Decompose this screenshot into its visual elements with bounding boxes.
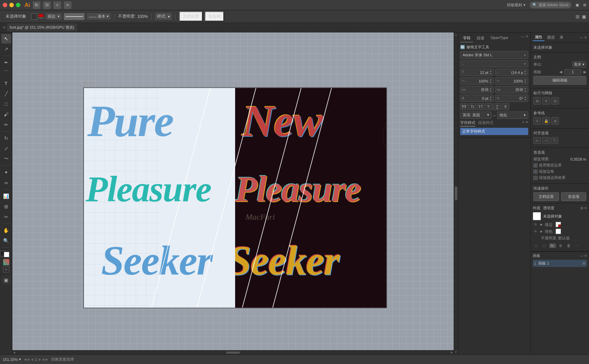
show-rulers-btn[interactable]: ⊞ [533, 97, 541, 105]
artboard-options-icon[interactable]: ⊞ [582, 261, 586, 266]
style-close-icon[interactable]: ✕ [525, 120, 528, 126]
tab-properties[interactable]: 属性 [533, 34, 544, 41]
zoom-control[interactable]: 151.15% ▾ [3, 357, 21, 362]
rotate-tool[interactable]: ↻ [1, 133, 11, 143]
column-graph-tool[interactable]: 📊 [1, 191, 11, 201]
show-grid-btn[interactable]: # [542, 97, 550, 105]
artboard-prev[interactable]: ◀ [559, 70, 562, 74]
rect-tool[interactable]: □ [1, 99, 11, 109]
active-char-style[interactable]: 正常字符样式 [460, 128, 528, 135]
style-btn-tt-small[interactable]: Tt [469, 103, 476, 110]
lock-guides-btn[interactable]: 🔒 [542, 117, 550, 125]
sharp-selector[interactable]: 锐化 ▾ [497, 112, 529, 119]
smart-guides-btn[interactable]: ⊕ [551, 117, 559, 125]
tab-title[interactable]: font.jpg* @ 151.15% (RGB/GPU 预览) [7, 23, 77, 31]
pen-icon[interactable]: ✒ [64, 1, 71, 9]
h-scale-ctrl[interactable]: T↔ 100% ▲ ▼ [460, 77, 494, 85]
language-selector[interactable]: 英语: 美国 ▾ [460, 112, 492, 119]
tracking-ctrl[interactable]: VA 自动 ▲ ▼ [460, 86, 494, 93]
style-btn-t-under[interactable]: T [493, 103, 501, 110]
panel-toggle-2[interactable]: ⊞ [583, 3, 586, 7]
maximize-button[interactable] [16, 3, 20, 7]
edit-artboard-btn[interactable]: 编辑画板 [533, 76, 586, 85]
use-preview-checkbox[interactable] [533, 163, 538, 167]
scale-tool[interactable]: ⤢ [1, 144, 11, 153]
sort-rule[interactable]: 排版规则 ▾ [507, 2, 525, 8]
line-height-up[interactable]: ▲ [524, 70, 527, 72]
appearance-expand[interactable]: ⊞ [580, 206, 583, 210]
panel-minimize[interactable]: — [521, 35, 524, 42]
select-tool[interactable]: ↖ [1, 34, 11, 44]
scale-effects-checkbox[interactable] [533, 176, 538, 180]
font-size-down[interactable]: ▼ [490, 73, 492, 75]
doc-settings-menu-btn[interactable]: 文档设置 [179, 11, 203, 21]
page-prev[interactable]: ◀◀ [24, 357, 29, 361]
kerning-ctrl[interactable]: VA 自动 ▲ ▼ [495, 86, 529, 93]
opacity-control[interactable]: 不透明度: 100% [118, 13, 148, 19]
panel-icon[interactable]: ▣ [582, 14, 586, 19]
align-center-h-btn[interactable]: ⊣ [542, 137, 550, 144]
pencil-tool[interactable]: ✏ [1, 120, 11, 130]
rotation-ctrl[interactable]: ↻ 0° ▲ ▼ [495, 95, 529, 102]
prop-panel-close[interactable]: ✕ [584, 36, 587, 39]
page-prev2[interactable]: ◀ [31, 357, 33, 361]
style-btn-t-up[interactable]: T↑ [485, 103, 493, 110]
add-new-stroke-icon[interactable]: □ [533, 242, 540, 249]
line-height-ctrl[interactable]: ↕ (14.4 p ▲ ▼ [495, 69, 529, 76]
canvas-area[interactable]: 画板 1 Pure Pleasure Seeker New Pl [12, 32, 458, 354]
page-next2[interactable]: ▶▶ [43, 357, 48, 361]
color-mode-icon[interactable] [3, 259, 9, 265]
fill-visibility-icon[interactable]: 👁 [533, 229, 538, 234]
font-style-selector[interactable]: - ▾ [460, 60, 528, 67]
fill-swatch-icon[interactable] [556, 229, 561, 234]
interpolation-control[interactable]: 插边: ▾ [46, 13, 62, 20]
prop-panel-minimize[interactable]: — [580, 36, 583, 39]
tab-opentype[interactable]: OpenType [488, 35, 511, 42]
vertical-scrollbar[interactable]: ▲ ▼ [454, 32, 458, 354]
style-btn-t-caps[interactable]: TT [477, 103, 484, 110]
tab-libraries[interactable]: 库 [558, 34, 566, 41]
hand-tool[interactable]: ✋ [1, 226, 11, 235]
artboard-panel-close[interactable]: ✕ [584, 254, 587, 258]
style-dropdown[interactable]: ▾ [168, 14, 170, 19]
close-button[interactable] [3, 3, 7, 7]
horizontal-scrollbar[interactable]: ◀ ▶ [12, 350, 454, 354]
artboard-tool[interactable]: ⊞ [1, 202, 11, 211]
artboard-list-item[interactable]: 1 画板 1 ⊞ [533, 260, 587, 267]
doc-settings-quick-btn[interactable]: 文档设置 [533, 192, 559, 201]
fx-badge[interactable]: fx. [549, 243, 556, 248]
style-btn-tt[interactable]: TT [460, 103, 468, 110]
tab-character[interactable]: 字符 [460, 35, 473, 42]
delete-item-icon[interactable]: 🗑 [566, 242, 572, 249]
v-scale-ctrl[interactable]: T↕ 100% ▲ ▼ [495, 77, 529, 85]
align-left-btn[interactable]: ⊢ [533, 137, 541, 144]
bridge-icon[interactable]: Br [33, 1, 40, 9]
paintbrush-tool[interactable]: 🖌 [1, 109, 11, 119]
curvature-tool[interactable]: ⌒ [1, 68, 11, 78]
text-tool[interactable]: T [1, 78, 11, 88]
eyedropper-tool[interactable]: ✦ [1, 167, 11, 177]
page-next[interactable]: ▶ [39, 357, 41, 361]
char-style-tab[interactable]: 字符样式 [460, 120, 475, 126]
stroke-visibility-icon[interactable]: 👁 [533, 222, 538, 227]
appearance-close[interactable]: ✕ [584, 206, 587, 210]
unit-dropdown[interactable]: 毫米 ▾ [572, 61, 586, 68]
blend-tool[interactable]: ∞ [1, 178, 11, 188]
stroke-expand[interactable]: ▶ [540, 223, 543, 226]
more-options-icon[interactable]: ⋯ [574, 242, 581, 249]
artboard-panel-minimize[interactable]: — [580, 254, 583, 258]
prefs-quick-btn[interactable]: 首选项 [561, 192, 587, 201]
line-tool[interactable]: ╱ [1, 89, 11, 98]
para-style-tab[interactable]: 段落样式 [478, 120, 493, 126]
tab-paragraph[interactable]: 段落 [474, 35, 487, 42]
preferences-menu-btn[interactable]: 首选项 [205, 11, 224, 21]
panel-close[interactable]: ✕ [525, 35, 528, 42]
line-height-down[interactable]: ▼ [524, 73, 527, 75]
layout-icon[interactable]: ≡ [54, 1, 61, 9]
fill-expand[interactable]: ▶ [540, 230, 543, 233]
stock-icon[interactable]: St [43, 1, 51, 9]
artboard-value[interactable]: 1 [564, 69, 581, 75]
scale-stroke-checkbox[interactable] [533, 170, 538, 174]
tab-layers[interactable]: 图层 [545, 34, 557, 41]
duplicate-item-icon[interactable]: ⊕ [557, 242, 564, 249]
